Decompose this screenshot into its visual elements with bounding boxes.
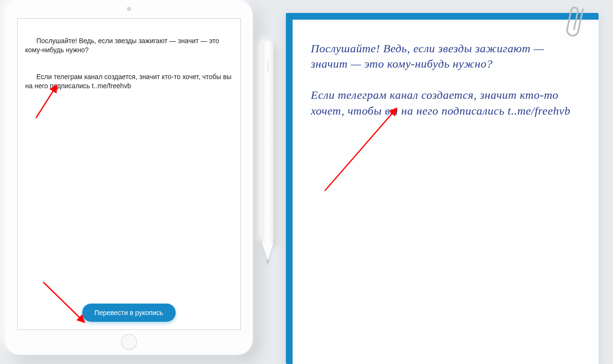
paper-background: Послушайте! Ведь, если звезды зажигают —… [286, 13, 599, 364]
tablet-camera [127, 7, 131, 11]
hand-paragraph-1: Послушайте! Ведь, если звезды зажигают —… [311, 42, 547, 70]
hand-paragraph-2: Если телеграм канал создается, значит кт… [311, 89, 570, 117]
paper-sheet: Послушайте! Ведь, если звезды зажигают —… [293, 20, 599, 364]
convert-to-handwriting-button[interactable]: Перевести в рукопись [82, 304, 176, 322]
stylus-nib [266, 260, 269, 265]
paragraph-2-a: Если [36, 73, 54, 81]
tablet-device: Послушайте! Ведь, если звезды зажигают —… [5, 0, 253, 355]
tablet-home-button[interactable] [121, 334, 137, 350]
spellcheck-underline: телеграм [54, 73, 83, 81]
tablet-screen: Послушайте! Ведь, если звезды зажигают —… [17, 18, 241, 330]
paragraph-1: Послушайте! Ведь, если звезды зажигают —… [25, 37, 221, 54]
stylus-label: Pencil [266, 60, 270, 72]
source-text-input[interactable]: Послушайте! Ведь, если звезды зажигают —… [25, 27, 233, 100]
handwriting-output: Послушайте! Ведь, если звезды зажигают —… [311, 41, 580, 118]
stylus-pencil: Pencil [262, 41, 273, 266]
stylus-tip [262, 243, 273, 260]
stylus-body: Pencil [262, 41, 273, 243]
